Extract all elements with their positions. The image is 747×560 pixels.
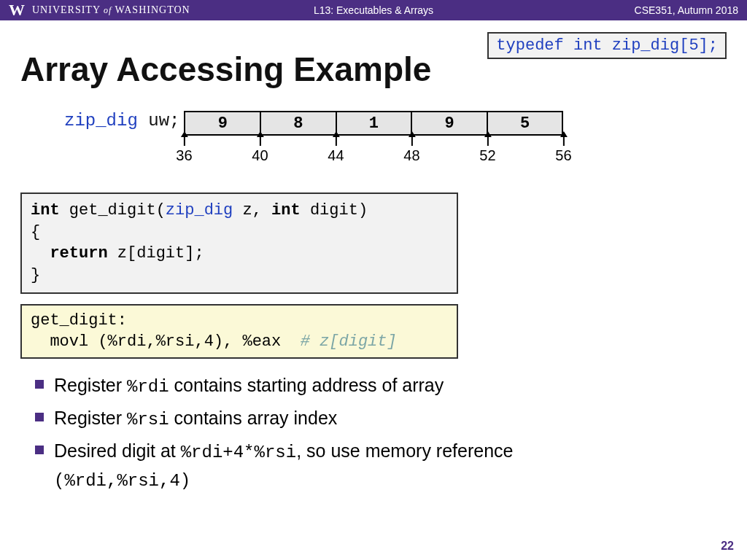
header-bar: W UNIVERSITY of WASHINGTON L13: Executab… [0, 0, 747, 20]
address-ticks: 36 40 44 48 52 56 [184, 136, 563, 168]
typedef-box: typedef int zip_dig[5]; [487, 32, 727, 59]
array-cell: 9 [412, 112, 488, 134]
asm-code-box: get_digit: movl (%rdi,%rsi,4), %eax # z[… [20, 304, 458, 359]
address-label: 48 [403, 147, 419, 163]
bullet-item: Register %rdi contains starting address … [35, 372, 747, 400]
page-number: 22 [721, 540, 734, 553]
university-name: UNIVERSITY of WASHINGTON [32, 4, 190, 16]
address-label: 40 [252, 147, 268, 163]
bullet-item: Desired digit at %rdi+4*%rsi, so use mem… [35, 438, 747, 494]
array-cell: 9 [185, 112, 261, 134]
bullet-list: Register %rdi contains starting address … [35, 372, 747, 494]
array-diagram: 9 8 1 9 5 36 40 44 48 52 56 [184, 111, 563, 168]
address-label: 44 [328, 147, 344, 163]
array-cells: 9 8 1 9 5 [184, 111, 563, 136]
uw-logo-letter: W [9, 1, 25, 20]
array-cell: 5 [488, 112, 562, 134]
address-label: 56 [555, 147, 571, 163]
address-label: 52 [479, 147, 495, 163]
array-cell: 1 [337, 112, 413, 134]
array-cell: 8 [261, 112, 337, 134]
bullet-item: Register %rsi contains array index [35, 405, 747, 433]
c-code-box: int get_digit(zip_dig z, int digit) { re… [20, 192, 458, 294]
lecture-label: L13: Executables & Arrays [314, 4, 433, 16]
array-declaration: zip_dig uw; [42, 111, 179, 131]
array-declaration-row: zip_dig uw; 9 8 1 9 5 36 40 44 48 52 56 [20, 111, 727, 168]
course-label: CSE351, Autumn 2018 [635, 4, 738, 16]
address-label: 36 [176, 147, 192, 163]
